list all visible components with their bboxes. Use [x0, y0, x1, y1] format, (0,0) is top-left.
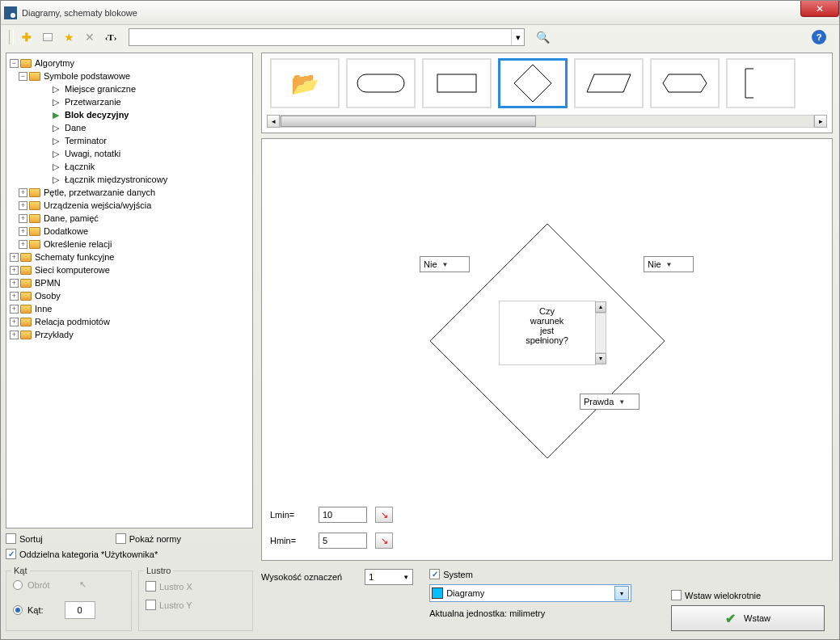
scroll-thumb[interactable] — [281, 116, 536, 127]
tree-item[interactable]: ▷Dane — [40, 121, 251, 134]
tree-folder[interactable]: +Urządzenia wejścia/wyjścia — [19, 199, 251, 212]
scroll-right-button[interactable]: ▸ — [814, 115, 827, 128]
tree-item[interactable]: ▷Łącznik — [40, 160, 251, 173]
search-dropdown[interactable]: ▾ — [511, 29, 524, 45]
user-category-checkbox[interactable]: Oddzielna kategoria *Użytkownika* — [6, 549, 158, 559]
add-button[interactable]: ✚ — [17, 27, 36, 47]
rotation-radio[interactable]: Obrót↖ — [13, 579, 125, 590]
tree-folder[interactable]: +Określenie relacji — [19, 238, 251, 251]
tree-item[interactable]: ▷Terminator — [40, 134, 251, 147]
tree-item[interactable]: ▷Przetwarzanie — [40, 95, 251, 108]
expand-icon[interactable]: + — [19, 201, 27, 210]
expand-icon[interactable]: + — [10, 331, 19, 339]
app-icon — [4, 6, 17, 19]
tree-folder[interactable]: +Sieci komputerowe — [8, 263, 251, 276]
search-button[interactable]: 🔍 — [533, 27, 552, 47]
gallery-item-bracket[interactable] — [726, 58, 796, 108]
gallery-item-folder[interactable]: 📂 — [270, 58, 340, 108]
tree-item[interactable]: ▷Uwagi, notatki — [40, 147, 251, 160]
tree-folder[interactable]: +BPMN — [8, 276, 251, 289]
tree-folder[interactable]: +Dodatkowe — [19, 225, 251, 238]
radio-icon — [13, 580, 23, 590]
left-branch-select[interactable]: Nie▼ — [420, 256, 470, 272]
mirror-y-checkbox[interactable]: Lustro Y — [146, 600, 192, 610]
scroll-down-button[interactable]: ▾ — [595, 353, 606, 364]
label: System — [443, 570, 473, 579]
insert-button[interactable]: ✔ Wstaw — [671, 605, 825, 631]
tree-item[interactable]: ▷Miejsce graniczne — [40, 82, 251, 95]
tree-folder[interactable]: +Inne — [8, 302, 251, 315]
category-tree[interactable]: − Algorytmy − Symbole podstawowe ▷Miejsc… — [6, 53, 253, 528]
mirror-x-checkbox[interactable]: Lustro X — [146, 581, 192, 592]
marker-height-select[interactable]: 1▼ — [365, 569, 413, 585]
tree-item[interactable]: ▷Łącznik międzystronicowy — [40, 173, 251, 186]
collapse-icon[interactable]: − — [10, 59, 19, 68]
collapse-icon[interactable]: − — [19, 72, 27, 81]
folder-icon — [20, 331, 32, 339]
expand-icon[interactable]: + — [19, 188, 27, 197]
gallery-item-decision[interactable] — [498, 58, 568, 108]
tree-label: Przykłady — [35, 330, 74, 339]
tree-item-selected[interactable]: ▶Blok decyzyjny — [40, 108, 251, 121]
expand-icon[interactable]: + — [10, 292, 19, 301]
bottom-branch-select[interactable]: Prawda▼ — [580, 394, 639, 410]
scroll-left-button[interactable]: ◂ — [267, 115, 280, 128]
shape-icon: ▷ — [50, 149, 61, 158]
norms-checkbox[interactable]: Pokaż normy — [116, 533, 181, 544]
expand-icon[interactable]: + — [10, 253, 19, 262]
hmin-label: Hmin= — [270, 536, 310, 545]
gallery-item-display[interactable] — [650, 58, 720, 108]
label: Wstaw — [744, 613, 770, 623]
text-scrollbar[interactable]: ▴ ▾ — [595, 301, 606, 364]
system-checkbox[interactable]: System — [429, 569, 655, 579]
lmin-input[interactable] — [319, 507, 367, 523]
delete-button[interactable]: ✕ — [80, 27, 99, 47]
shape-icon: ▶ — [50, 111, 61, 120]
decision-text-box[interactable]: Czy warunek jest spełniony? ▴ ▾ — [499, 301, 596, 365]
expand-icon[interactable]: + — [19, 214, 27, 223]
angle-radio[interactable]: Kąt: — [13, 601, 125, 619]
right-branch-select[interactable]: Nie▼ — [644, 256, 694, 272]
text-button[interactable]: ‹T› — [101, 27, 120, 47]
gallery-item-terminator[interactable] — [346, 58, 416, 108]
radio-icon — [13, 605, 23, 615]
lmin-pick-button[interactable]: ↘ — [375, 507, 393, 523]
favorite-button[interactable]: ★ — [59, 27, 78, 47]
tree-root[interactable]: − Algorytmy — [8, 57, 251, 69]
gallery-item-process[interactable] — [422, 58, 492, 108]
search-field[interactable] — [129, 32, 511, 42]
expand-icon[interactable]: + — [19, 227, 27, 236]
tree-folder[interactable]: +Dane, pamięć — [19, 212, 251, 225]
checkbox-icon — [146, 581, 156, 592]
expand-icon[interactable]: + — [19, 240, 27, 249]
scroll-up-button[interactable]: ▴ — [595, 301, 606, 313]
search-input[interactable]: ▾ — [129, 28, 525, 46]
insert-multi-checkbox[interactable]: Wstaw wielokrotnie — [671, 590, 833, 600]
tree-folder[interactable]: +Osoby — [8, 289, 251, 302]
grid-button[interactable] — [38, 27, 57, 47]
expand-icon[interactable]: + — [10, 305, 19, 314]
expand-icon[interactable]: + — [10, 318, 19, 326]
expand-icon[interactable]: + — [10, 266, 19, 275]
expand-icon[interactable]: + — [10, 279, 19, 288]
mirror-group: Lustro Lustro X Lustro Y — [138, 571, 253, 631]
scroll-track[interactable] — [280, 115, 814, 128]
tree-folder[interactable]: +Przykłady — [8, 328, 251, 341]
tree-folder-basic[interactable]: − Symbole podstawowe — [19, 69, 251, 82]
gallery-scrollbar[interactable]: ◂ ▸ — [267, 115, 827, 128]
tree-folder[interactable]: +Pętle, przetwarzanie danych — [19, 186, 251, 199]
tree-folder[interactable]: +Relacja podmiotów — [8, 315, 251, 328]
close-button[interactable]: ✕ — [800, 1, 839, 17]
svg-marker-4 — [663, 74, 707, 92]
app-window: Diagramy, schematy blokowe ✕ ✚ ★ ✕ ‹T› ▾… — [0, 0, 840, 640]
tree-folder[interactable]: +Schematy funkcyjne — [8, 251, 251, 263]
scroll-track[interactable] — [595, 313, 606, 353]
hmin-pick-button[interactable]: ↘ — [375, 533, 393, 549]
help-button[interactable]: ? — [812, 30, 826, 44]
angle-input[interactable] — [65, 601, 95, 619]
gallery-item-data[interactable] — [574, 58, 644, 108]
hmin-input[interactable] — [319, 533, 367, 549]
system-select[interactable]: Diagramy ▾ — [429, 584, 631, 602]
sort-checkbox[interactable]: Sortuj — [6, 533, 43, 544]
tree-label: Inne — [35, 304, 52, 314]
